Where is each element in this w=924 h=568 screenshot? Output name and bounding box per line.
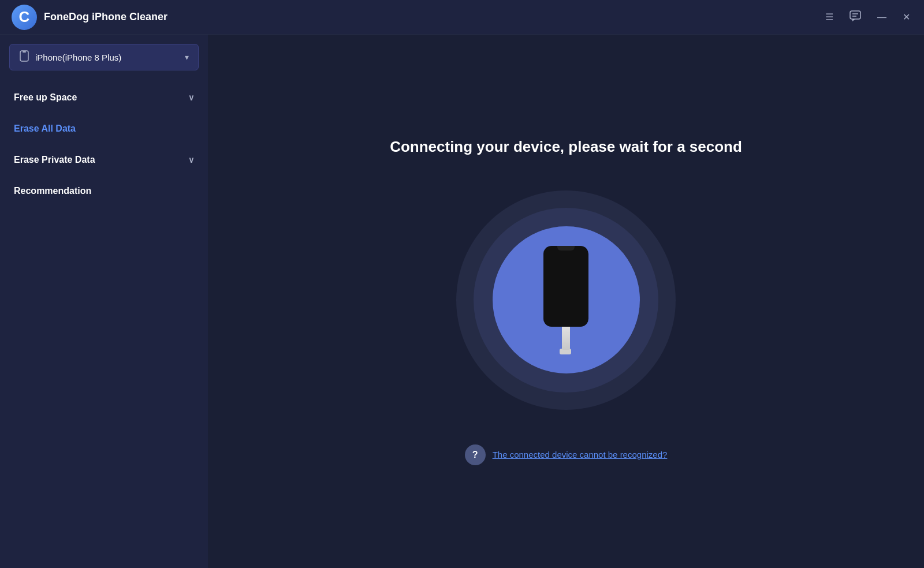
sidebar-item-label: Erase All Data [14, 124, 76, 134]
phone-cable-graphic [543, 246, 588, 354]
chat-icon [850, 10, 861, 24]
hamburger-icon: ☰ [825, 12, 833, 23]
svg-rect-6 [23, 51, 26, 53]
phone-icon [19, 50, 29, 64]
sidebar-item-label: Erase Private Data [14, 155, 95, 165]
close-button[interactable]: ✕ [900, 9, 912, 25]
device-selector[interactable]: iPhone(iPhone 8 Plus) ▾ [9, 44, 199, 70]
help-section: ? The connected device cannot be recogni… [465, 444, 668, 465]
connecting-title: Connecting your device, please wait for … [390, 138, 742, 156]
window-controls: ☰ — ✕ [823, 8, 912, 27]
sidebar-item-label: Recommendation [14, 186, 91, 196]
svg-rect-2 [850, 11, 860, 19]
sidebar-item-label: Free up Space [14, 92, 77, 103]
minimize-icon: — [877, 12, 886, 23]
cable-wire [562, 327, 570, 350]
app-title: FoneDog iPhone Cleaner [44, 11, 823, 23]
sidebar-item-recommendation[interactable]: Recommendation [0, 175, 208, 207]
sidebar: iPhone(iPhone 8 Plus) ▾ Free up Space ∨ … [0, 35, 208, 568]
chevron-down-icon: ▾ [185, 53, 189, 62]
content-area: Connecting your device, please wait for … [208, 35, 924, 568]
svg-text:C: C [19, 8, 30, 25]
cable-group [561, 327, 571, 354]
main-layout: iPhone(iPhone 8 Plus) ▾ Free up Space ∨ … [0, 35, 924, 568]
titlebar: C FoneDog iPhone Cleaner ☰ — ✕ [0, 0, 924, 35]
chevron-down-icon: ∨ [188, 93, 194, 102]
device-name: iPhone(iPhone 8 Plus) [35, 53, 179, 62]
app-logo: C [12, 5, 37, 30]
menu-button[interactable]: ☰ [823, 9, 836, 25]
sidebar-item-free-up-space[interactable]: Free up Space ∨ [0, 82, 208, 113]
phone-notch [557, 246, 575, 251]
help-icon: ? [465, 444, 486, 465]
inner-circle [493, 226, 640, 373]
phone-body [543, 246, 588, 327]
device-not-recognized-link[interactable]: The connected device cannot be recognize… [493, 450, 668, 459]
close-icon: ✕ [903, 12, 910, 23]
chevron-down-icon: ∨ [188, 155, 194, 165]
chat-button[interactable] [847, 8, 863, 27]
sidebar-item-erase-all-data[interactable]: Erase All Data [0, 113, 208, 144]
connection-graphic [456, 190, 676, 410]
sidebar-item-erase-private-data[interactable]: Erase Private Data ∨ [0, 144, 208, 175]
minimize-button[interactable]: — [875, 10, 889, 25]
